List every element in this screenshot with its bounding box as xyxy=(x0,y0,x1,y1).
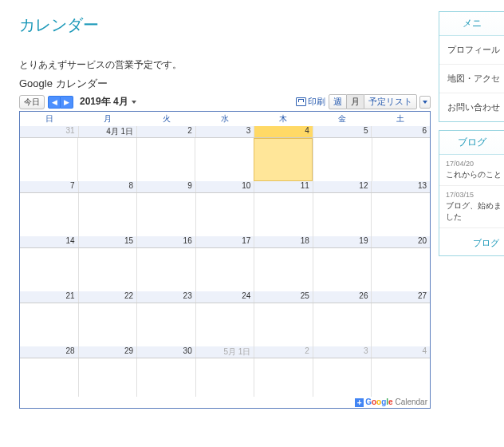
day-cell[interactable] xyxy=(78,358,137,397)
day-header[interactable]: 25 xyxy=(254,291,313,303)
day-header[interactable]: 9 xyxy=(136,181,195,192)
day-cell[interactable] xyxy=(136,358,195,397)
day-header[interactable]: 17 xyxy=(195,236,254,247)
day-of-week-header: 日月火水木金土 xyxy=(20,111,430,126)
day-cell[interactable] xyxy=(136,303,195,346)
day-header[interactable]: 16 xyxy=(136,236,195,247)
day-header[interactable]: 4 xyxy=(371,346,430,358)
day-cell[interactable] xyxy=(195,138,253,181)
day-cell[interactable] xyxy=(20,193,78,236)
today-button[interactable]: 今日 xyxy=(19,95,45,109)
day-cell[interactable] xyxy=(372,138,430,181)
day-header[interactable]: 27 xyxy=(371,291,430,303)
day-cell[interactable] xyxy=(195,193,254,236)
day-header[interactable]: 3 xyxy=(195,126,254,137)
blog-post[interactable]: 17/03/15ブログ、始めました xyxy=(439,186,504,228)
day-header[interactable]: 4月 1日 xyxy=(78,126,137,137)
day-cell[interactable] xyxy=(20,138,77,181)
day-header[interactable]: 13 xyxy=(371,181,430,192)
day-header[interactable]: 26 xyxy=(313,291,372,303)
day-cell[interactable] xyxy=(313,303,372,346)
dow-cell: 月 xyxy=(78,111,136,126)
day-header[interactable]: 7 xyxy=(20,181,78,192)
blog-date: 17/03/15 xyxy=(446,191,504,199)
day-cell[interactable] xyxy=(78,303,137,346)
day-cell[interactable] xyxy=(136,138,195,181)
day-cell[interactable] xyxy=(78,193,137,236)
day-header[interactable]: 15 xyxy=(78,236,137,247)
day-header[interactable]: 20 xyxy=(371,236,430,247)
blog-more-link[interactable]: ブログ xyxy=(439,228,504,255)
view-week-button[interactable]: 週 xyxy=(329,94,347,109)
day-cell[interactable] xyxy=(313,248,372,291)
google-calendar-footer[interactable]: +Google Calendar xyxy=(20,397,430,408)
day-header[interactable]: 30 xyxy=(136,346,195,358)
menu-item[interactable]: 地図・アクセ xyxy=(439,65,504,93)
dow-cell: 金 xyxy=(313,111,371,126)
day-header[interactable]: 4 xyxy=(254,126,313,137)
day-header[interactable]: 3 xyxy=(313,346,372,358)
day-cell[interactable] xyxy=(254,138,313,181)
day-header[interactable]: 14 xyxy=(20,236,78,247)
day-cell[interactable] xyxy=(254,358,313,397)
day-header[interactable]: 23 xyxy=(136,291,195,303)
calendar-grid: 日月火水木金土 314月 1日2345678910111213141516171… xyxy=(19,111,431,409)
blog-post[interactable]: 17/04/20これからのこと xyxy=(439,155,504,186)
menu-title: メニ xyxy=(439,12,504,36)
day-cell[interactable] xyxy=(20,358,78,397)
day-cell[interactable] xyxy=(371,303,430,346)
print-button[interactable]: 印刷 xyxy=(296,96,325,108)
view-switcher: 週 月 予定リスト xyxy=(329,94,417,109)
view-agenda-button[interactable]: 予定リスト xyxy=(364,94,417,109)
menu-item[interactable]: お問い合わせ xyxy=(439,93,504,121)
day-header[interactable]: 11 xyxy=(254,181,313,192)
day-header[interactable]: 5月 1日 xyxy=(195,346,254,358)
day-cell[interactable] xyxy=(195,303,254,346)
blog-post-title: ブログ、始めました xyxy=(446,200,504,223)
prev-button[interactable]: ◀ xyxy=(48,96,61,109)
day-cell[interactable] xyxy=(371,193,430,236)
day-header[interactable]: 31 xyxy=(20,126,78,137)
day-cell[interactable] xyxy=(136,248,195,291)
options-dropdown[interactable] xyxy=(419,96,431,109)
day-header[interactable]: 5 xyxy=(313,126,372,137)
day-header[interactable]: 12 xyxy=(313,181,372,192)
day-cell[interactable] xyxy=(195,248,254,291)
day-cell[interactable] xyxy=(77,138,136,181)
day-header[interactable]: 28 xyxy=(20,346,78,358)
day-header[interactable]: 2 xyxy=(136,126,195,137)
day-cell[interactable] xyxy=(78,248,137,291)
day-cell[interactable] xyxy=(20,303,78,346)
plus-icon: + xyxy=(355,398,364,407)
blog-title: ブログ xyxy=(439,131,504,155)
day-header[interactable]: 6 xyxy=(371,126,430,137)
day-cell[interactable] xyxy=(254,248,313,291)
day-header[interactable]: 2 xyxy=(254,346,313,358)
day-cell[interactable] xyxy=(254,303,313,346)
day-header[interactable]: 24 xyxy=(195,291,254,303)
calendar-name: Google カレンダー xyxy=(19,77,431,91)
next-button[interactable]: ▶ xyxy=(61,96,73,109)
day-cell[interactable] xyxy=(371,358,430,397)
day-cell[interactable] xyxy=(20,248,78,291)
day-cell[interactable] xyxy=(136,193,195,236)
day-cell[interactable] xyxy=(195,358,254,397)
day-cell[interactable] xyxy=(371,248,430,291)
page-title: カレンダー xyxy=(19,14,431,36)
day-header[interactable]: 18 xyxy=(254,236,313,247)
month-selector[interactable]: 2019年 4月 xyxy=(80,95,136,109)
day-header[interactable]: 29 xyxy=(78,346,137,358)
dow-cell: 火 xyxy=(137,111,195,126)
view-month-button[interactable]: 月 xyxy=(347,94,364,109)
day-header[interactable]: 21 xyxy=(20,291,78,303)
day-header[interactable]: 19 xyxy=(313,236,372,247)
day-header[interactable]: 10 xyxy=(195,181,254,192)
blog-post-title: これからのこと xyxy=(446,169,504,180)
day-cell[interactable] xyxy=(313,358,372,397)
day-header[interactable]: 22 xyxy=(78,291,137,303)
day-cell[interactable] xyxy=(313,193,372,236)
day-header[interactable]: 8 xyxy=(78,181,137,192)
menu-item[interactable]: プロフィール xyxy=(439,36,504,65)
day-cell[interactable] xyxy=(313,138,371,181)
day-cell[interactable] xyxy=(254,193,313,236)
